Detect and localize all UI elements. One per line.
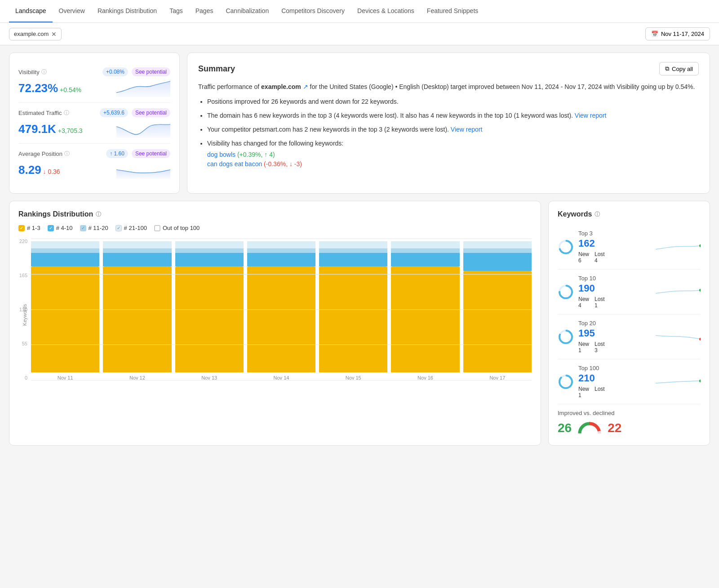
- traffic-info-icon[interactable]: ⓘ: [64, 109, 69, 117]
- top20-info: Top 20 195 New 1 Lost 3: [578, 320, 651, 354]
- nav-item-competitors-discovery[interactable]: Competitors Discovery: [275, 0, 351, 22]
- traffic-change: +3,705.3: [58, 127, 83, 134]
- nav-item-cannibalization[interactable]: Cannibalization: [219, 0, 275, 22]
- top10-tier: Top 10: [578, 275, 651, 282]
- legend-out-of-top-100[interactable]: Out of top 100: [154, 225, 200, 231]
- top20-donut: [558, 329, 574, 345]
- top100-lost: Lost: [595, 386, 605, 398]
- main-content: Visibility ⓘ +0.08% See potential 72.23%…: [0, 45, 719, 453]
- keywords-info-icon[interactable]: ⓘ: [595, 211, 600, 218]
- declined-count: 22: [608, 421, 621, 435]
- top20-new: New 1: [578, 341, 589, 354]
- visibility-change: +0.54%: [60, 86, 81, 93]
- svg-point-8: [699, 338, 701, 340]
- avg-position-see-potential[interactable]: See potential: [132, 149, 170, 158]
- nav-item-featured-snippets[interactable]: Featured Snippets: [421, 0, 484, 22]
- copy-label: Copy all: [672, 66, 693, 72]
- nav-item-landscape[interactable]: Landscape: [9, 0, 53, 22]
- visibility-value: 72.23%: [18, 81, 58, 95]
- traffic-value: 479.1K: [18, 122, 56, 136]
- top20-sparkline: [656, 330, 701, 344]
- top10-sparkline: [656, 285, 701, 299]
- rankings-info-icon[interactable]: ⓘ: [96, 211, 101, 218]
- toolbar: example.com ✕ 📅 Nov 11-17, 2024: [0, 23, 719, 45]
- legend-4-10-label: # 4-10: [56, 225, 73, 231]
- traffic-see-potential[interactable]: See potential: [132, 108, 170, 117]
- top3-number: 162: [578, 238, 595, 249]
- avg-position-sparkline: [116, 161, 170, 179]
- copy-all-button[interactable]: ⧉ Copy all: [659, 62, 699, 75]
- nav-item-devices-locations[interactable]: Devices & Locations: [351, 0, 421, 22]
- bar-label-nov13: Nov 13: [201, 375, 217, 380]
- top20-tier: Top 20: [578, 320, 651, 327]
- bar-label-nov11: Nov 11: [58, 375, 73, 380]
- ivd-title: Improved vs. declined: [558, 410, 701, 416]
- nav-item-pages[interactable]: Pages: [189, 0, 220, 22]
- keywords-card: Keywords ⓘ Top 3 162 New 6: [548, 201, 710, 446]
- bar-label-nov14: Nov 14: [274, 375, 289, 380]
- remove-domain-button[interactable]: ✕: [51, 31, 57, 38]
- top100-new: New 1: [578, 386, 589, 398]
- y-label-55: 55: [22, 341, 27, 346]
- bar-seg-1-3: [391, 266, 459, 372]
- keywords-top10-row: Top 10 190 New 4 Lost 1: [558, 270, 701, 314]
- nav-item-rankings-distribution[interactable]: Rankings Distribution: [91, 0, 163, 22]
- bar-seg-4-10: [175, 253, 244, 266]
- keyword-can-dogs-eat-bacon[interactable]: can dogs eat bacon: [207, 160, 262, 168]
- view-report-link-1[interactable]: View report: [575, 112, 607, 119]
- summary-card: Summary ⧉ Copy all Traffic performance o…: [187, 53, 710, 194]
- average-position-section: Average Position ⓘ ↑ 1.60 See potential …: [18, 144, 170, 184]
- svg-point-11: [699, 380, 701, 382]
- bar-label-nov17: Nov 17: [489, 375, 505, 380]
- metrics-card: Visibility ⓘ +0.08% See potential 72.23%…: [9, 53, 180, 194]
- top100-info: Top 100 210 New 1 Lost: [578, 365, 651, 398]
- svg-point-5: [699, 289, 701, 292]
- nav-item-overview[interactable]: Overview: [53, 0, 91, 22]
- bar-seg-4-10: [463, 253, 532, 271]
- bar-seg-1-3: [319, 266, 387, 372]
- legend-11-20[interactable]: ✓ # 11-20: [80, 225, 108, 231]
- date-range-button[interactable]: 📅 Nov 11-17, 2024: [645, 27, 710, 40]
- top10-info: Top 10 190 New 4 Lost 1: [578, 275, 651, 309]
- top3-sparkline: [656, 240, 701, 254]
- bar-seg-11-20: [319, 248, 387, 253]
- visibility-info-icon[interactable]: ⓘ: [41, 68, 47, 76]
- bar-nov13: Nov 13: [175, 241, 244, 380]
- nav-item-tags[interactable]: Tags: [163, 0, 189, 22]
- bar-label-nov12: Nov 12: [129, 375, 145, 380]
- bullet-2: The domain has 6 new keywords in the top…: [207, 111, 699, 120]
- visibility-label: Visibility: [18, 69, 40, 75]
- top20-lost: Lost 3: [595, 341, 605, 354]
- visibility-sparkline: [116, 79, 170, 97]
- bullet-1: Positions improved for 26 keywords and w…: [207, 97, 699, 106]
- legend-21-100[interactable]: ✓ # 21-100: [115, 225, 147, 231]
- legend-4-10[interactable]: ✓ # 4-10: [48, 225, 73, 231]
- summary-bullets: Positions improved for 26 keywords and w…: [198, 97, 699, 169]
- estimated-traffic-section: Estimated Traffic ⓘ +5,639.6 See potenti…: [18, 103, 170, 144]
- copy-icon: ⧉: [665, 65, 669, 72]
- keywords-top20-row: Top 20 195 New 1 Lost 3: [558, 314, 701, 359]
- avg-position-info-icon[interactable]: ⓘ: [64, 150, 70, 158]
- bar-seg-1-3: [247, 266, 315, 372]
- bacon-change: (-0.36%, ↓ -3): [264, 160, 302, 168]
- bar-seg-11-20: [247, 248, 315, 253]
- legend-1-3[interactable]: ✓ # 1-3: [18, 225, 40, 231]
- bar-nov12: Nov 12: [103, 241, 171, 380]
- visibility-see-potential[interactable]: See potential: [132, 67, 170, 76]
- legend-out-top100-label: Out of top 100: [163, 225, 200, 231]
- top3-lost: Lost 4: [595, 251, 605, 264]
- top10-stats: New 4 Lost 1: [578, 296, 651, 309]
- legend-11-20-label: # 11-20: [89, 225, 108, 231]
- keywords-top3-row: Top 3 162 New 6 Lost 4: [558, 225, 701, 270]
- keyword-dog-bowls[interactable]: dog bowls: [207, 151, 235, 158]
- view-report-link-2[interactable]: View report: [451, 126, 483, 133]
- legend-21-100-label: # 21-100: [124, 225, 147, 231]
- bar-seg-21-100: [391, 241, 459, 248]
- date-range-label: Nov 11-17, 2024: [661, 31, 704, 37]
- keywords-title: Keywords: [558, 210, 592, 218]
- bar-seg-21-100: [103, 241, 171, 248]
- top3-tier: Top 3: [578, 230, 651, 237]
- visibility-section: Visibility ⓘ +0.08% See potential 72.23%…: [18, 62, 170, 103]
- bar-seg-1-3: [103, 266, 171, 372]
- domain-filter[interactable]: example.com ✕: [9, 28, 62, 40]
